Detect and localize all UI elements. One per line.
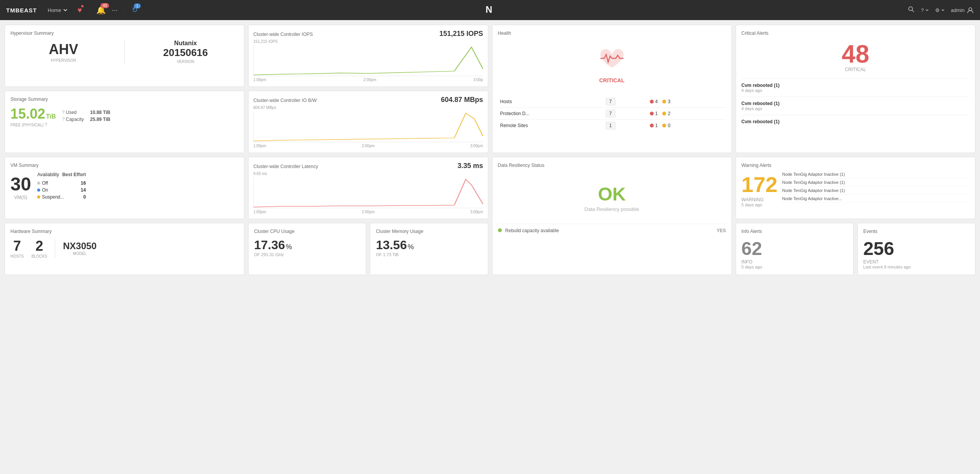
critical-item-2-text: Cvm rebooted (1) [741, 119, 970, 124]
resiliency-card: Data Resiliency Status OK Data Resilienc… [492, 157, 732, 275]
memory-usage-card: Cluster Memory Usage 13.56 % OF 1.73 TiB [370, 223, 488, 275]
events-card: Events 256 EVENT Last event 8 minutes ag… [857, 223, 975, 275]
resiliency-sub: Data Resiliency possible [498, 206, 726, 212]
iops-header: Cluster-wide Controller IOPS 151,215 IOP… [253, 30, 483, 38]
hardware-model-value: NX3050 [63, 241, 97, 251]
iobw-chart-card: Cluster-wide Controller IO B/W 604.87 MB… [248, 91, 488, 153]
bell-icon[interactable]: 🔔 48 [96, 5, 106, 15]
help-button[interactable]: ? [921, 7, 929, 13]
iobw-time-labels: 1:00pm 2:00pm 3:00pm [253, 144, 483, 148]
red-dot-icon [650, 124, 654, 127]
settings-button[interactable]: ⚙ [935, 7, 945, 13]
list-item: Cvm rebooted (1) 4 days ago [741, 97, 970, 115]
critical-label: CRITICAL [741, 67, 970, 72]
health-indicator[interactable]: ♥ [77, 6, 82, 15]
hardware-blocks-label: BLOCKS [31, 254, 47, 258]
health-row-2-red: 1 [655, 123, 658, 128]
iobw-chart-svg [254, 111, 483, 142]
events-label: EVENT [863, 259, 970, 265]
hypervisor-title: Hypervisor Summary [10, 31, 239, 36]
warning-content: 172 WARNING 5 days ago Node TenGig Adapt… [741, 172, 970, 207]
yellow-dot-icon [662, 124, 666, 127]
storage-used-help-icon[interactable]: ? [62, 110, 65, 115]
info-events-row: Info Alerts 62 INFO 5 days ago Events 25… [736, 223, 975, 275]
list-item: Node TenGig Adaptor Inactive (1) [782, 172, 970, 178]
health-ecg-icon [598, 48, 625, 71]
cpu-title: Cluster CPU Usage [254, 229, 360, 234]
memory-value-section: 13.56 % [376, 238, 482, 252]
storage-used-value: 10.88 TiB [90, 110, 110, 115]
vm-off-count: 16 [81, 180, 86, 186]
vm-availability-value: Best Effort [62, 172, 86, 177]
warning-alerts-list: Node TenGig Adaptor Inactive (1) Node Te… [782, 172, 970, 207]
critical-count: 48 [741, 40, 970, 68]
memory-title: Cluster Memory Usage [376, 229, 482, 234]
health-row-1-count: 7 [606, 110, 615, 117]
health-row-1-yellow: 2 [668, 111, 670, 116]
storage-used-row: ? Used 10.88 TiB [62, 110, 111, 115]
vm-off-row: Off 16 [37, 180, 86, 186]
events-count: 256 [863, 238, 970, 259]
warning-alerts-card: Warning Alerts 172 WARNING 5 days ago No… [736, 157, 975, 219]
iobw-time-1: 2:00pm [362, 144, 375, 148]
vm-suspend-row: Suspend... 0 [37, 194, 86, 200]
iobw-time-0: 1:00pm [253, 144, 266, 148]
info-alerts-card: Info Alerts 62 INFO 5 days ago [736, 223, 854, 275]
memory-unit: % [407, 243, 414, 251]
hardware-model-label: MODEL [63, 251, 97, 256]
hardware-hosts-label: HOSTS [10, 254, 24, 258]
critical-item-1-time: 4 days ago [741, 106, 970, 111]
hardware-divider [55, 239, 55, 258]
iops-time-0: 1:00pm [253, 78, 266, 82]
iobw-min-label: 604.87 MBps [253, 105, 483, 110]
info-label: INFO [741, 259, 848, 265]
health-row-0-stats: 4 3 [650, 99, 724, 104]
storage-help-icon[interactable]: ? [45, 122, 48, 127]
iops-min-label: 151,215 IOPS [253, 39, 483, 44]
more-dots-icon[interactable]: ··· [112, 6, 118, 14]
rebuild-value: YES [717, 228, 726, 233]
hypervisor-version: Nutanix 20150616 VERSION [133, 40, 239, 64]
latency-min-label: 9.65 ms [253, 172, 483, 176]
table-row: Remote Sites 1 1 0 [498, 120, 726, 132]
hardware-summary-card: Hardware Summary 7 HOSTS 2 BLOCKS NX3050… [5, 223, 244, 275]
search-button[interactable] [908, 6, 915, 15]
latency-time-labels: 1:00pm 2:00pm 3:00pm [253, 210, 483, 214]
help-chevron-icon [925, 8, 929, 12]
health-row-2-stats: 1 0 [650, 123, 724, 128]
admin-button[interactable]: admin [951, 7, 974, 14]
warning-alerts-title: Warning Alerts [741, 163, 970, 168]
svg-point-2 [909, 7, 913, 10]
events-time: Last event 8 minutes ago [863, 265, 970, 269]
storage-free-label: FREE (PHYSICAL) ? [10, 122, 56, 127]
header-nav: Home [45, 6, 72, 15]
iops-chart-area [253, 45, 483, 76]
nav-home[interactable]: Home [45, 6, 72, 15]
storage-summary-card: Storage Summary 15.02 TiB FREE (PHYSICAL… [5, 91, 244, 153]
nav-home-label: Home [48, 7, 61, 13]
storage-capacity-help-icon[interactable]: ? [62, 117, 65, 122]
critical-item-0-text: Cvm rebooted (1) [741, 83, 970, 88]
warning-label: WARNING [741, 197, 777, 202]
sync-badge: 1 [134, 3, 141, 8]
separator-dot: · [88, 7, 90, 14]
vm-count-label: VM(S) [10, 195, 31, 200]
latency-chart-area [253, 177, 483, 208]
storage-capacity-row: ? Capacity 25.89 TiB [62, 117, 111, 122]
health-row-2-label: Remote Sites [498, 120, 603, 132]
yellow-dot-icon [662, 100, 666, 104]
rebuild-label-section: Rebuild capacity available [498, 228, 559, 233]
hardware-model-section: NX3050 MODEL [63, 241, 97, 256]
vm-off-label: Off [42, 180, 48, 186]
vm-summary-card: VM Summary 30 VM(S) Availability Best Ef… [5, 157, 244, 219]
health-row-0-label: Hosts [498, 96, 603, 108]
resiliency-footer: Rebuild capacity available YES [498, 224, 726, 233]
cpu-sub: OF 291.31 GHz [254, 252, 360, 257]
admin-label: admin [951, 7, 965, 13]
sync-icon[interactable]: ↻ 1 [132, 6, 138, 14]
latency-time-1: 2:00pm [362, 210, 375, 214]
storage-capacity-value: 25.89 TiB [90, 117, 110, 122]
critical-alerts-title: Critical Alerts [741, 31, 970, 36]
storage-free-section: 15.02 TiB FREE (PHYSICAL) ? [10, 106, 56, 127]
hypervisor-summary-card: Hypervisor Summary AHV HYPERVISOR Nutani… [5, 25, 244, 87]
